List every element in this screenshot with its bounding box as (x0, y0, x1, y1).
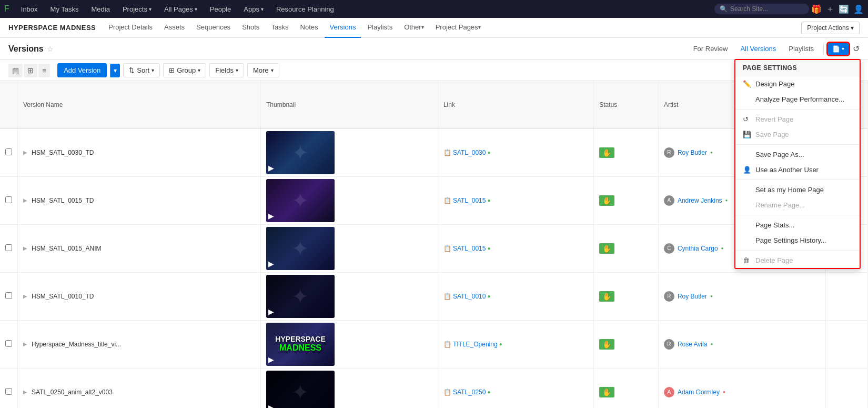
row-checkbox-cell[interactable] (0, 320, 18, 368)
artist-name[interactable]: Cynthia Cargo (678, 245, 718, 252)
thumbnail[interactable]: ✦ ▶ (266, 227, 335, 270)
tab-project-details[interactable]: Project Details (103, 18, 158, 38)
nav-all-pages[interactable]: All Pages ▾ (159, 3, 203, 15)
row-checkbox[interactable] (5, 340, 12, 347)
thumbnail[interactable]: ✦ ▶ (266, 275, 335, 318)
play-icon[interactable]: ▶ (268, 307, 274, 316)
thumbnail-cell[interactable]: HYPERSPACEMADNESS ▶ (261, 320, 438, 368)
artist-name[interactable]: Rose Avila (678, 341, 707, 348)
thumbnail-cell[interactable]: ✦ ▶ (261, 272, 438, 320)
tab-project-pages[interactable]: Project Pages ▾ (430, 18, 486, 38)
thumbnail[interactable]: ✦ ▶ (266, 131, 335, 174)
tab-versions[interactable]: Versions (325, 18, 361, 38)
row-checkbox[interactable] (5, 196, 12, 203)
psd-item-page-settings-history---[interactable]: Page Settings History... (735, 233, 860, 248)
thumbnail-cell[interactable]: ✦ ▶ (261, 128, 438, 176)
psd-item-save-page-as---[interactable]: Save Page As... (735, 147, 860, 162)
link-text[interactable]: SATL_0010 (453, 293, 486, 300)
link-cell[interactable]: 📋 SATL_0250 ● (438, 368, 593, 408)
tab-all-versions[interactable]: All Versions (735, 43, 781, 55)
thumbnail-cell[interactable]: ✦ ▶ (261, 224, 438, 272)
nav-inbox[interactable]: Inbox (16, 3, 43, 15)
psd-item-use-as-another-user[interactable]: 👤Use as Another User (735, 162, 860, 177)
artist-name[interactable]: Adam Gormley (678, 389, 720, 396)
row-checkbox-cell[interactable] (0, 224, 18, 272)
link-cell[interactable]: 📋 SATL_0030 ● (438, 128, 593, 176)
row-checkbox[interactable] (5, 388, 12, 395)
list-view-button[interactable]: ▤ (8, 64, 23, 77)
status-cell[interactable]: ✋ (594, 128, 659, 176)
row-checkbox-cell[interactable] (0, 368, 18, 408)
link-text[interactable]: SATL_0015 (453, 197, 486, 204)
col-status[interactable]: Status (594, 81, 659, 128)
artist-name[interactable]: Roy Butler (678, 149, 707, 156)
project-actions-button[interactable]: Project Actions ▾ (801, 22, 860, 34)
add-version-button[interactable]: Add Version (57, 63, 107, 77)
favorite-icon[interactable]: ☆ (47, 45, 54, 53)
play-icon[interactable]: ▶ (268, 355, 274, 364)
nav-people[interactable]: People (205, 3, 236, 15)
psd-item-design-page[interactable]: ✏️Design Page (735, 76, 860, 92)
row-checkbox-cell[interactable] (0, 272, 18, 320)
tab-shots[interactable]: Shots (237, 18, 265, 38)
tab-assets[interactable]: Assets (159, 18, 190, 38)
link-text[interactable]: SATL_0030 (453, 149, 486, 156)
add-version-dropdown-button[interactable]: ▾ (110, 64, 120, 77)
tab-notes[interactable]: Notes (295, 18, 324, 38)
page-settings-button[interactable]: 📄 ▾ (828, 43, 849, 55)
artist-name[interactable]: Roy Butler (678, 293, 707, 300)
artist-cell[interactable]: R Rose Avila ● (658, 320, 825, 368)
grid-view-button[interactable]: ⊞ (24, 64, 37, 77)
psd-item-analyze-page-performance---[interactable]: Analyze Page Performance... (735, 92, 860, 107)
sync-icon[interactable]: 🔄 (839, 4, 849, 14)
play-icon[interactable]: ▶ (268, 403, 274, 409)
artist-name[interactable]: Andrew Jenkins (678, 197, 722, 204)
thumbnail-cell[interactable]: ✦ ▶ (261, 368, 438, 408)
row-checkbox[interactable] (5, 292, 12, 299)
link-text[interactable]: TITLE_Opening (453, 341, 498, 348)
tab-playlists-view[interactable]: Playlists (783, 43, 819, 55)
play-icon[interactable]: ▶ (268, 260, 274, 268)
gift-icon[interactable]: 🎁 (811, 4, 822, 14)
expand-icon[interactable]: ▶ (23, 197, 27, 203)
status-cell[interactable]: ✋ (594, 320, 659, 368)
link-text[interactable]: SATL_0250 (453, 389, 486, 396)
link-cell[interactable]: 📋 SATL_0015 ● (438, 176, 593, 224)
fields-button[interactable]: Fields ▾ (209, 63, 244, 77)
user-icon[interactable]: 👤 (853, 4, 864, 14)
expand-icon[interactable]: ▶ (23, 245, 27, 251)
play-icon[interactable]: ▶ (268, 212, 274, 220)
tab-for-review[interactable]: For Review (688, 43, 733, 55)
tab-playlists[interactable]: Playlists (362, 18, 398, 38)
status-cell[interactable]: ✋ (594, 176, 659, 224)
thumbnail[interactable]: HYPERSPACEMADNESS ▶ (266, 323, 335, 366)
play-icon[interactable]: ▶ (268, 164, 274, 172)
thumbnail-cell[interactable]: ✦ ▶ (261, 176, 438, 224)
link-text[interactable]: SATL_0015 (453, 245, 486, 252)
group-button[interactable]: ⊞ Group ▾ (163, 63, 206, 77)
expand-icon[interactable]: ▶ (23, 150, 27, 155)
col-link[interactable]: Link (438, 81, 593, 128)
artist-cell[interactable]: A Adam Gormley ● (658, 368, 825, 408)
sort-button[interactable]: ⇅ Sort ▾ (123, 63, 160, 77)
link-cell[interactable]: 📋 TITLE_Opening ● (438, 320, 593, 368)
col-version-name[interactable]: Version Name (18, 81, 261, 128)
row-checkbox[interactable] (5, 244, 12, 251)
psd-item-page-stats---[interactable]: Page Stats... (735, 217, 860, 233)
nav-apps[interactable]: Apps ▾ (238, 3, 269, 15)
status-cell[interactable]: ✋ (594, 224, 659, 272)
row-checkbox[interactable] (5, 148, 12, 155)
expand-icon[interactable]: ▶ (23, 293, 27, 299)
row-checkbox-cell[interactable] (0, 128, 18, 176)
nav-media[interactable]: Media (86, 3, 115, 15)
nav-projects[interactable]: Projects ▾ (117, 3, 157, 15)
compact-view-button[interactable]: ≡ (38, 64, 50, 77)
expand-icon[interactable]: ▶ (23, 341, 27, 347)
link-cell[interactable]: 📋 SATL_0010 ● (438, 272, 593, 320)
psd-item-set-as-my-home-page[interactable]: Set as my Home Page (735, 182, 860, 197)
status-cell[interactable]: ✋ (594, 272, 659, 320)
artist-cell[interactable]: R Roy Butler ● (658, 272, 825, 320)
tab-sequences[interactable]: Sequences (191, 18, 236, 38)
nav-my-tasks[interactable]: My Tasks (45, 3, 84, 15)
link-cell[interactable]: 📋 SATL_0015 ● (438, 224, 593, 272)
